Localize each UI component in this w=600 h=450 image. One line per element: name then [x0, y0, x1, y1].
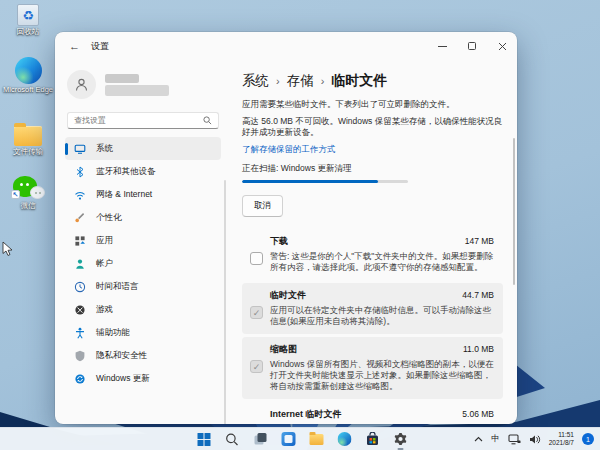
desktop-icon-recycle-bin[interactable]: ♻ 回收站 [0, 4, 56, 37]
hidden-icons-chevron[interactable] [474, 436, 483, 442]
sidebar-item-label: 时间和语言 [96, 281, 139, 293]
task-view-button[interactable] [252, 431, 269, 448]
start-button[interactable] [196, 431, 213, 448]
edge-button[interactable] [336, 431, 353, 448]
folder-icon [14, 126, 42, 146]
item-description: Windows 保留所有图片、视频和文档缩略图的副本，以便在打开文件夹时能快速显… [270, 359, 494, 392]
widgets-button[interactable] [280, 431, 297, 448]
system-icon [74, 143, 86, 155]
scan-progress-fill [242, 180, 378, 183]
mouse-cursor [2, 241, 13, 257]
task-view-icon [253, 432, 267, 446]
search-icon [226, 433, 239, 446]
titlebar[interactable]: ← 设置 [55, 32, 517, 60]
breadcrumb-storage[interactable]: 存储 [287, 72, 314, 90]
item-description: 警告: 这些是你的个人"下载"文件夹中的文件。如果想要删除所有内容，请选择此项。… [270, 251, 494, 273]
clock[interactable]: 11:51 2021/8/7 [549, 431, 574, 447]
list-item-thumbnails[interactable]: 缩略图 11.0 MB ✓ Windows 保留所有图片、视频和文档缩略图的副本… [242, 337, 503, 399]
item-size: 5.06 MB [462, 409, 494, 419]
minimize-icon [438, 46, 447, 47]
minimize-button[interactable] [427, 32, 457, 60]
wifi-icon [74, 189, 86, 201]
network-icon[interactable] [508, 434, 521, 445]
file-explorer-icon [309, 434, 323, 445]
sidebar-item-accounts[interactable]: 帐户 [65, 252, 221, 275]
sidebar-item-accessibility[interactable]: 辅助功能 [65, 321, 221, 344]
desktop-icon-label: 微信 [0, 202, 56, 211]
xbox-icon [74, 304, 86, 316]
sidebar-item-network[interactable]: 网络 & Internet [65, 183, 221, 206]
tray-time: 11:51 [549, 431, 574, 439]
taskbar-search-button[interactable] [224, 431, 241, 448]
learn-more-link[interactable]: 了解存储保留的工作方式 [242, 144, 336, 156]
checkbox-downloads[interactable] [250, 252, 263, 265]
list-item-temporary-files[interactable]: 临时文件 44.7 MB ✓ 应用可以在特定文件夹中存储临时信息。可以手动清除这… [242, 283, 503, 334]
store-icon [365, 432, 379, 446]
sidebar-item-label: 个性化 [96, 212, 122, 224]
maximize-button[interactable] [457, 32, 487, 60]
sidebar-item-label: 辅助功能 [96, 327, 130, 339]
sidebar-item-system[interactable]: 系统 [65, 137, 221, 160]
cancel-button[interactable]: 取消 [242, 195, 283, 217]
sidebar-item-label: 应用 [96, 235, 113, 247]
edge-icon [15, 57, 42, 84]
settings-search[interactable] [67, 112, 219, 129]
taskbar: 中 11:51 2021/8/7 1 [0, 427, 600, 450]
list-item-internet-temp-files[interactable]: Internet 临时文件 5.06 MB ✓ Internet 临时文件夹中包… [242, 402, 503, 424]
desktop-icon-edge[interactable]: Microsoft Edge [0, 57, 56, 95]
breadcrumb-separator: › [321, 75, 325, 87]
scan-progress-bar [242, 180, 408, 183]
notification-badge[interactable]: 1 [582, 433, 594, 445]
sidebar-item-gaming[interactable]: 游戏 [65, 298, 221, 321]
windows-logo-icon [198, 433, 211, 446]
sidebar-item-personalization[interactable]: 个性化 [65, 206, 221, 229]
sidebar-nav: 系统 蓝牙和其他设备 网络 & Internet 个性化 应用 [65, 137, 221, 390]
edge-icon [337, 432, 351, 446]
sidebar-item-bluetooth-devices[interactable]: 蓝牙和其他设备 [65, 160, 221, 183]
brush-icon [74, 212, 86, 224]
sidebar-item-label: Windows 更新 [96, 373, 150, 385]
breadcrumb-separator: › [276, 75, 280, 87]
sidebar: 系统 蓝牙和其他设备 网络 & Internet 个性化 应用 [55, 60, 227, 424]
sidebar-scrollbar[interactable] [224, 180, 226, 424]
shortcut-arrow-icon: ↖ [11, 190, 20, 199]
window-title: 设置 [91, 40, 109, 53]
scan-status: 正在扫描: Windows 更新清理 [242, 163, 503, 175]
content-scrollbar[interactable] [513, 138, 516, 285]
accessibility-icon [74, 327, 86, 339]
breadcrumb-system[interactable]: 系统 [242, 72, 269, 90]
sidebar-item-privacy-security[interactable]: 隐私和安全性 [65, 344, 221, 367]
user-name-redacted [105, 74, 139, 83]
search-input[interactable] [74, 116, 199, 125]
volume-icon[interactable] [529, 434, 541, 445]
sidebar-item-windows-update[interactable]: Windows 更新 [65, 367, 221, 390]
recycle-bin-icon: ♻ [0, 4, 56, 26]
tray-date: 2021/8/7 [549, 439, 574, 447]
reserve-note: 高达 56.0 MB 不可回收。Windows 保留某些存储，以确保性能状况良好… [242, 116, 510, 138]
sidebar-item-apps[interactable]: 应用 [65, 229, 221, 252]
close-button[interactable] [487, 32, 517, 60]
sidebar-item-label: 隐私和安全性 [96, 350, 147, 362]
item-title: 临时文件 [270, 289, 306, 302]
sidebar-item-time-language[interactable]: 时间和语言 [65, 275, 221, 298]
desktop-icon-wechat[interactable]: ↖ 微信 [0, 176, 56, 211]
user-account[interactable] [67, 70, 219, 99]
checkbox-temporary-files[interactable]: ✓ [250, 306, 263, 319]
back-button[interactable]: ← [69, 40, 87, 52]
settings-taskbar-button[interactable] [392, 431, 409, 448]
widgets-icon [281, 432, 295, 446]
clock-icon [74, 281, 86, 293]
checkbox-thumbnails[interactable]: ✓ [250, 360, 263, 373]
desktop-icon-folder[interactable]: 文件传输 [0, 126, 56, 157]
content-pane: 系统 › 存储 › 临时文件 应用需要某些临时文件。下表列出了可立即删除的文件。… [227, 60, 517, 424]
sidebar-item-label: 网络 & Internet [96, 189, 152, 201]
ime-indicator[interactable]: 中 [491, 433, 500, 445]
sidebar-item-label: 游戏 [96, 304, 113, 316]
file-explorer-button[interactable] [308, 431, 325, 448]
microsoft-store-button[interactable] [364, 431, 381, 448]
temp-file-list: 下载 147 MB 警告: 这些是你的个人"下载"文件夹中的文件。如果想要删除所… [242, 229, 503, 424]
avatar [67, 70, 96, 99]
list-item-downloads[interactable]: 下载 147 MB 警告: 这些是你的个人"下载"文件夹中的文件。如果想要删除所… [242, 229, 503, 280]
wechat-icon: ↖ [13, 176, 43, 200]
item-title: Internet 临时文件 [270, 408, 342, 421]
